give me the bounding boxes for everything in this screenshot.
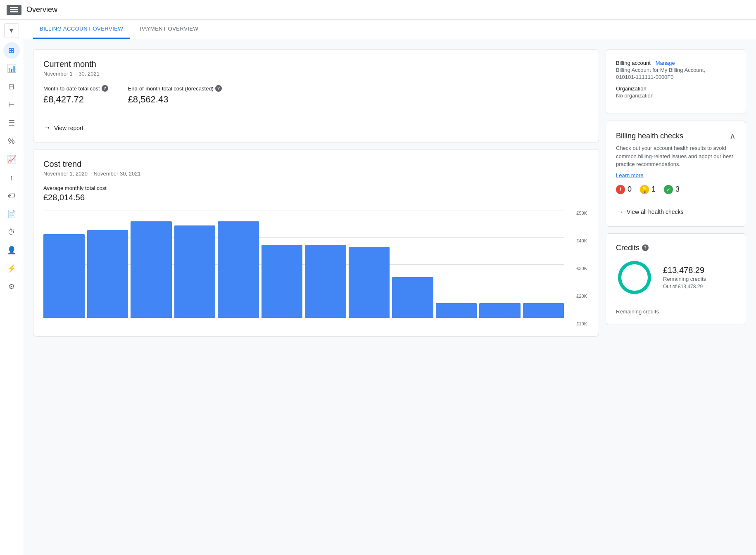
budget-icon: ⊢ — [8, 100, 15, 109]
person-icon: 👤 — [7, 246, 16, 255]
health-count-warning: 💡 1 — [640, 185, 656, 194]
error-count: 0 — [628, 185, 632, 194]
chart-bar-11 — [523, 303, 564, 318]
month-to-date-value: £8,427.72 — [43, 94, 108, 105]
table-icon: ⊟ — [8, 82, 14, 91]
cost-trend-title: Cost trend — [43, 159, 589, 169]
menu-icon[interactable] — [7, 5, 21, 15]
credits-header: Credits ? — [616, 244, 736, 252]
main-content: BILLING ACCOUNT OVERVIEW PAYMENT OVERVIE… — [23, 20, 756, 555]
chart-bar-6 — [305, 245, 346, 318]
y-label-40k: £40K — [576, 238, 587, 243]
tab-payment[interactable]: PAYMENT OVERVIEW — [133, 20, 205, 39]
sidebar-item-percent[interactable]: % — [3, 133, 20, 149]
sidebar-item-table[interactable]: ⊟ — [3, 78, 20, 95]
health-counts: ! 0 💡 1 ✓ 3 — [616, 185, 736, 194]
chart-bar-2 — [131, 221, 172, 318]
tabs-bar: BILLING ACCOUNT OVERVIEW PAYMENT OVERVIE… — [23, 20, 756, 39]
ok-badge-icon: ✓ — [664, 185, 673, 194]
health-count-error: ! 0 — [616, 185, 632, 194]
credits-footer: Remaining credits — [616, 303, 736, 315]
view-all-health-label: View all health checks — [627, 209, 683, 215]
view-report-link[interactable]: → View report — [43, 115, 589, 132]
sidebar-item-reports[interactable]: 📊 — [3, 60, 20, 77]
billing-account-card: Billing account Manage Billing Account f… — [606, 49, 746, 114]
dashboard-icon: ⊞ — [8, 46, 14, 55]
month-to-date-label: Month-to-date total cost ? — [43, 85, 108, 92]
chevron-down-icon: ▼ — [9, 27, 14, 34]
chart-bar-10 — [479, 303, 521, 318]
cost-row: Month-to-date total cost ? £8,427.72 End… — [43, 85, 589, 105]
sidebar-item-list[interactable]: ☰ — [3, 115, 20, 131]
health-divider — [606, 201, 746, 201]
month-to-date-help-icon[interactable]: ? — [102, 85, 108, 92]
credits-footer-label: Remaining credits — [616, 308, 659, 315]
avg-label: Average monthly total cost — [43, 185, 589, 191]
y-label-30k: £30K — [576, 266, 587, 271]
health-header: Billing health checks ∧ — [616, 131, 736, 141]
arrow-right-health-icon: → — [616, 208, 623, 216]
health-checks-card: Billing health checks ∧ Check out your a… — [606, 121, 746, 227]
list-icon: ☰ — [8, 119, 15, 128]
credits-remaining-label: Remaining credits — [663, 276, 706, 282]
learn-more-link[interactable]: Learn more — [616, 172, 643, 178]
sidebar-item-upload[interactable]: ↑ — [3, 169, 20, 186]
reports-icon: 📊 — [7, 64, 16, 73]
warning-count: 1 — [651, 185, 656, 194]
org-label: Organization — [616, 85, 647, 92]
credits-help-icon[interactable]: ? — [642, 244, 649, 251]
structure-icon: ⚡ — [7, 264, 16, 273]
chart2-icon: 📈 — [7, 155, 16, 164]
sidebar-item-doc[interactable]: 📄 — [3, 206, 20, 222]
settings-icon: ⚙ — [8, 282, 15, 291]
left-column: Current month November 1 – 30, 2021 Mont… — [33, 49, 599, 545]
chart-bar-0 — [43, 234, 85, 318]
sidebar-item-structure[interactable]: ⚡ — [3, 260, 20, 277]
ok-count: 3 — [675, 185, 680, 194]
top-header: Overview — [0, 0, 756, 20]
chart-bar-7 — [349, 247, 390, 318]
billing-account-row: Billing account Manage Billing Account f… — [616, 59, 736, 80]
doc-icon: 📄 — [7, 209, 16, 218]
sidebar-item-settings[interactable]: ⚙ — [3, 278, 20, 295]
sidebar-item-tag[interactable]: 🏷 — [3, 187, 20, 204]
health-description: Check out your account health results to… — [616, 144, 736, 168]
end-of-month-help-icon[interactable]: ? — [215, 85, 222, 92]
credits-card: Credits ? £13,478.29 Remaining cred — [606, 233, 746, 325]
view-all-health-link[interactable]: → View all health checks — [616, 208, 736, 216]
view-report-label: View report — [54, 125, 83, 131]
tab-billing-account[interactable]: BILLING ACCOUNT OVERVIEW — [33, 20, 130, 39]
sidebar: ▼ ⊞ 📊 ⊟ ⊢ ☰ % 📈 ↑ 🏷 📄 — [0, 20, 23, 555]
manage-link[interactable]: Manage — [656, 60, 675, 66]
chart-bar-8 — [392, 277, 433, 318]
collapse-icon[interactable]: ∧ — [730, 131, 736, 141]
page-title: Overview — [26, 5, 57, 14]
billing-account-label: Billing account — [616, 60, 651, 66]
donut-chart — [616, 259, 653, 296]
credits-out-of: Out of £13,478.29 — [663, 284, 706, 289]
current-month-title: Current month — [43, 59, 589, 69]
credits-amount: £13,478.29 — [663, 266, 706, 275]
sidebar-dropdown[interactable]: ▼ — [4, 23, 19, 38]
tag-icon: 🏷 — [8, 192, 15, 200]
sidebar-item-clock[interactable]: ⏱ — [3, 224, 20, 240]
sidebar-item-dashboard[interactable]: ⊞ — [3, 42, 20, 59]
sidebar-item-budget[interactable]: ⊢ — [3, 97, 20, 113]
health-count-ok: ✓ 3 — [664, 185, 680, 194]
percent-icon: % — [8, 137, 14, 146]
y-label-10k: £10K — [576, 321, 587, 326]
chart-container: £50K £40K £30K £20K £10K — [43, 211, 589, 326]
donut-svg — [616, 259, 653, 296]
org-value: No organization — [616, 92, 736, 99]
avg-value: £28,014.56 — [43, 193, 589, 202]
sidebar-item-person[interactable]: 👤 — [3, 242, 20, 259]
cost-trend-subtitle: November 1, 2020 – November 30, 2021 — [43, 171, 589, 177]
org-row: Organization No organization — [616, 85, 736, 99]
month-to-date-item: Month-to-date total cost ? £8,427.72 — [43, 85, 108, 105]
error-badge-icon: ! — [616, 185, 625, 194]
end-of-month-item: End-of-month total cost (forecasted) ? £… — [128, 85, 222, 105]
chart-y-axis: £50K £40K £30K £20K £10K — [568, 211, 589, 326]
content-area: Current month November 1 – 30, 2021 Mont… — [23, 39, 756, 555]
sidebar-item-chart2[interactable]: 📈 — [3, 151, 20, 168]
chart-bar-5 — [262, 245, 303, 318]
